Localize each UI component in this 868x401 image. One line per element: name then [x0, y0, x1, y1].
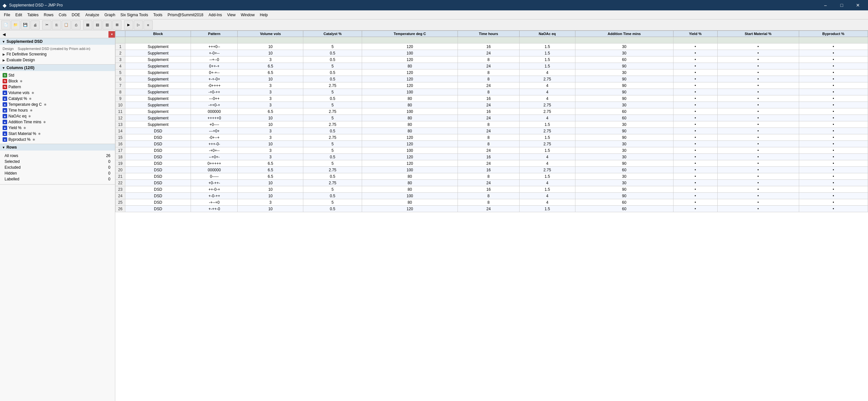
table-row: 9Supplement---0++30.58016490••• [116, 95, 868, 102]
toolbar-cut[interactable]: ✂ [42, 21, 51, 30]
col-header-block[interactable]: Block [125, 31, 191, 37]
col-icon-block: N [3, 79, 7, 83]
col-naoac: ▲ NaOAc eq ✱ [0, 113, 115, 119]
toolbar-run[interactable]: ▶ [124, 21, 133, 30]
menu-window[interactable]: Window [238, 11, 257, 19]
menu-doe[interactable]: DOE [69, 11, 83, 19]
table-row: 2Supplement+-0+--100.5100241.530••• [116, 50, 868, 57]
data-table: Block Pattern Volume vols Catalyst % Tem… [115, 31, 868, 212]
col-header-timehours[interactable]: Time hours [458, 31, 519, 37]
table-row: 5Supplement0+-+--6.50.51208430••• [116, 69, 868, 76]
table-row: 7Supplement-0++++32.7512024490••• [116, 82, 868, 89]
toolbar-run2[interactable]: ▷ [134, 21, 143, 30]
toolbar-print[interactable]: 🖨 [31, 21, 40, 30]
close-panel-btn[interactable]: ▾ [108, 31, 115, 38]
col-header-catalyst[interactable]: Catalyst % [303, 31, 362, 37]
table-row: 25DSD-+--+035808460••• [116, 199, 868, 206]
row-number: 22 [116, 180, 125, 186]
col-header-naoac[interactable]: NaOAc eq [519, 31, 575, 37]
menu-view[interactable]: View [225, 11, 238, 19]
row-number: 2 [116, 50, 125, 57]
row-number: 9 [116, 95, 125, 102]
menu-addins[interactable]: Add-Ins [206, 11, 224, 19]
toolbar-save[interactable]: 💾 [21, 21, 30, 30]
col-icon-naoac: ▲ [3, 114, 7, 119]
col-header-byproduct[interactable]: Byproduct % [799, 31, 868, 37]
menu-six-sigma[interactable]: Six Sigma Tools [118, 11, 151, 19]
row-number: 3 [116, 57, 125, 63]
toolbar-table4[interactable]: ⊞ [112, 21, 121, 30]
toolbar-paste2[interactable]: ⎙ [71, 21, 81, 30]
toolbar-open[interactable]: 📁 [11, 21, 20, 30]
col-header-startmaterial[interactable]: Start Material % [717, 31, 799, 37]
dataset-header[interactable]: ▼ Supplemented DSD [0, 38, 115, 45]
minimize-button[interactable]: – [818, 0, 833, 10]
col-header-temperature[interactable]: Temperature deg C [362, 31, 458, 37]
col-icon-startmaterial: ▲ [3, 131, 7, 136]
col-header-rownum[interactable] [116, 31, 125, 37]
col-icon-yield: ▲ [3, 126, 7, 130]
menu-tables[interactable]: Tables [25, 11, 41, 19]
row-number: 16 [116, 141, 125, 147]
col-header-volume[interactable]: Volume vols [238, 31, 303, 37]
row-number: 11 [116, 108, 125, 115]
menu-file[interactable]: File [1, 11, 13, 19]
toolbar-script[interactable]: ≡ [144, 21, 153, 30]
toolbar-table2[interactable]: ▤ [93, 21, 102, 30]
table-container[interactable]: Block Pattern Volume vols Catalyst % Tem… [115, 31, 868, 401]
col-icon-catalyst: ▲ [3, 96, 7, 101]
col-header-pattern[interactable]: Pattern [191, 31, 238, 37]
rows-selected: Selected 0 [3, 159, 112, 164]
menu-graph[interactable]: Graph [102, 11, 118, 19]
col-icon-pattern: N [3, 85, 7, 89]
menu-edit[interactable]: Edit [13, 11, 25, 19]
row-number: 15 [116, 134, 125, 141]
close-button[interactable]: ✕ [850, 0, 865, 10]
col-icon-addition: ▲ [3, 120, 7, 124]
menu-bar: File Edit Tables Rows Cols DOE Analyze G… [0, 10, 868, 20]
col-addition: ▲ Addition Time mins ✱ [0, 119, 115, 125]
table-row: 22DSD+0-++-102.758024430••• [116, 180, 868, 186]
table-row: 6Supplement+-+-0+100.512082.7590••• [116, 76, 868, 82]
row-number: 19 [116, 160, 125, 167]
menu-analyze[interactable]: Analyze [83, 11, 102, 19]
menu-tools[interactable]: Tools [151, 11, 165, 19]
menu-prism[interactable]: Prism@Summit2018 [165, 11, 206, 19]
rows-header[interactable]: ▼ Rows [0, 144, 115, 151]
columns-section: ▼ Columns (12/0) S Std N Block ✱ N Patte… [0, 65, 115, 144]
row-number: 6 [116, 76, 125, 82]
row-number: 5 [116, 69, 125, 76]
col-yield: ▲ Yield % ✱ [0, 125, 115, 131]
maximize-button[interactable]: □ [834, 0, 849, 10]
rows-title: Rows [6, 145, 17, 149]
row-number: 18 [116, 154, 125, 160]
col-startmaterial: ▲ Start Material % ✱ [0, 131, 115, 137]
toolbar-table3[interactable]: ▥ [103, 21, 112, 30]
row-number: 8 [116, 89, 125, 95]
menu-cols[interactable]: Cols [56, 11, 69, 19]
columns-header[interactable]: ▼ Columns (12/0) [0, 65, 115, 71]
table-row: 21DSD0-----6.50.58081.530••• [116, 173, 868, 180]
col-header-yield[interactable]: Yield % [673, 31, 717, 37]
col-header-additiontime[interactable]: Addition Time mins [575, 31, 673, 37]
col-icon-temperature: ▲ [3, 102, 7, 107]
nav-back[interactable]: ◀ [0, 31, 8, 37]
col-byproduct: ▲ Byproduct % ✱ [0, 137, 115, 142]
table-row: 1Supplement+++0--105120161.530••• [116, 43, 868, 50]
row-number: 17 [116, 147, 125, 154]
row-number: 24 [116, 193, 125, 199]
menu-rows[interactable]: Rows [41, 11, 56, 19]
menu-help[interactable]: Help [257, 11, 271, 19]
fit-definitive-screening[interactable]: ▶ Fit Definitive Screening [0, 51, 115, 57]
evaluate-design[interactable]: ▶ Evaluate Design [0, 57, 115, 63]
toolbar-new[interactable]: 📄 [1, 21, 10, 30]
table-row: 15DSD-0+--+32.7512081.590••• [116, 134, 868, 141]
toolbar-copy[interactable]: ⎘ [52, 21, 61, 30]
filter-row [116, 37, 868, 43]
rows-excluded: Excluded 0 [3, 165, 112, 170]
toolbar-paste[interactable]: 📋 [62, 21, 71, 30]
dataset-label: Supplemented DSD [6, 39, 42, 44]
toolbar-table1[interactable]: ▦ [83, 21, 92, 30]
table-row: 14DSD---+0+30.580242.7590••• [116, 128, 868, 134]
table-row: 16DSD+++-0-10512082.7530••• [116, 141, 868, 147]
